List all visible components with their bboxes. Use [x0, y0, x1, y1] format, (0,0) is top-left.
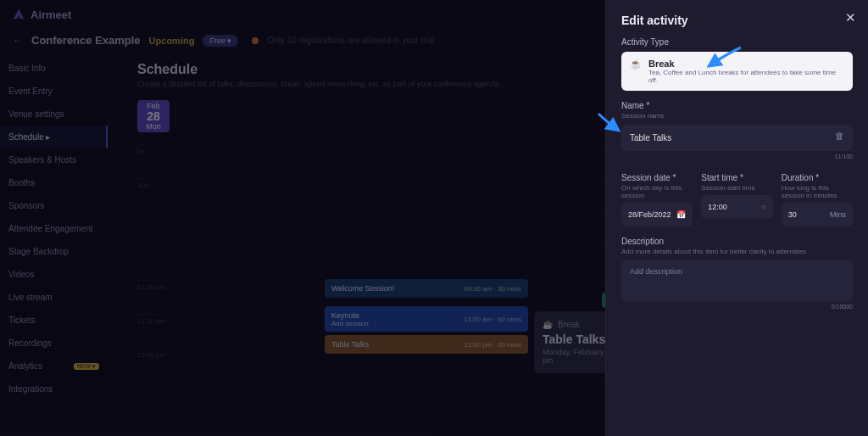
duration-value: 30: [788, 210, 797, 219]
duration-unit: Mins: [830, 210, 846, 219]
clock-icon: ○: [761, 203, 765, 211]
date-hint: On which day is this session: [621, 184, 693, 199]
duration-label: Duration *: [782, 173, 853, 182]
description-label: Description: [621, 237, 853, 246]
drawer-title: Edit activity: [621, 14, 853, 27]
activity-description: Tea, Coffee and Lunch breaks for attende…: [648, 69, 844, 84]
edit-activity-drawer: ✕ Edit activity Activity Type ☕ Break Te…: [605, 0, 868, 436]
time-value: 12:00: [708, 203, 727, 211]
description-input[interactable]: Add description: [621, 260, 853, 301]
date-value: 28/Feb/2022: [628, 210, 671, 219]
duration-input[interactable]: 30 Mins: [782, 203, 853, 226]
trash-icon[interactable]: 🗑: [835, 131, 844, 141]
date-label: Session date *: [621, 173, 693, 182]
activity-name: Break: [648, 59, 844, 69]
calendar-icon: 📅: [676, 210, 686, 219]
time-input[interactable]: 12:00 ○: [701, 195, 772, 219]
activity-type-label: Activity Type: [621, 37, 853, 47]
description-hint: Add more details about this item for bet…: [621, 248, 853, 255]
date-input[interactable]: 28/Feb/2022 📅: [621, 203, 693, 226]
time-hint: Session start time: [701, 184, 772, 192]
close-icon[interactable]: ✕: [845, 10, 856, 25]
time-label: Start time *: [701, 173, 772, 182]
duration-hint: How long is this session in minutes: [782, 184, 853, 199]
description-char-count: 0/10000: [621, 304, 853, 310]
name-hint: Session name: [621, 112, 853, 120]
name-char-count: 11/100: [621, 154, 853, 159]
name-label: Name *: [621, 101, 853, 110]
name-input[interactable]: [621, 125, 853, 151]
description-placeholder: Add description: [630, 267, 682, 276]
activity-type-card[interactable]: ☕ Break Tea, Coffee and Lunch breaks for…: [621, 52, 853, 91]
coffee-icon: ☕: [630, 59, 642, 84]
